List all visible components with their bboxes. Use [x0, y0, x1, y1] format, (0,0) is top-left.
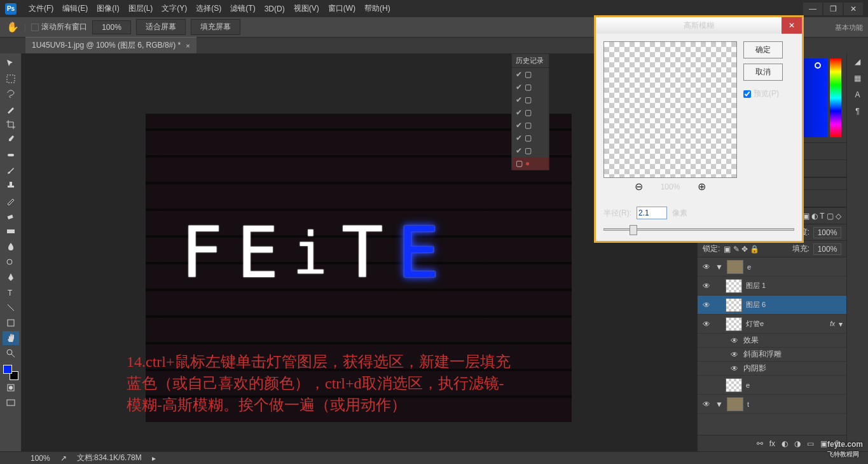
dialog-close-button[interactable]: ✕	[782, 17, 802, 34]
menu-view[interactable]: 视图(V)	[289, 3, 324, 14]
zoom-tool[interactable]	[3, 346, 19, 360]
hand-tool[interactable]	[3, 331, 19, 345]
menu-select[interactable]: 选择(S)	[191, 3, 226, 14]
menu-edit[interactable]: 编辑(E)	[58, 3, 92, 14]
maximize-button[interactable]: ❐	[823, 3, 843, 15]
svg-rect-1	[8, 154, 14, 156]
history-item[interactable]: ✔▢	[512, 132, 549, 144]
history-item[interactable]: ✔▢	[512, 68, 549, 81]
radius-slider[interactable]	[603, 228, 794, 231]
workspace-selector[interactable]: 基本功能	[835, 23, 863, 32]
lasso-tool[interactable]	[3, 87, 19, 101]
visibility-icon[interactable]: 👁	[701, 282, 712, 290]
menu-3d[interactable]: 3D(D)	[260, 4, 289, 13]
menu-type[interactable]: 文字(Y)	[157, 3, 191, 14]
close-button[interactable]: ✕	[844, 3, 863, 15]
mask-icon[interactable]: ◐	[782, 439, 788, 448]
cancel-button[interactable]: 取消	[743, 64, 783, 81]
history-item[interactable]: ✔▢	[512, 81, 549, 93]
link-layers-icon[interactable]: ⚯	[757, 439, 763, 448]
history-item[interactable]: ✔▢	[512, 93, 549, 106]
ok-button[interactable]: 确定	[743, 41, 783, 58]
opacity-input[interactable]: 100%	[813, 227, 841, 238]
history-item[interactable]: ✔▢	[512, 144, 549, 157]
brush-tool[interactable]	[3, 163, 19, 177]
visibility-icon[interactable]: 👁	[701, 320, 712, 329]
menu-layer[interactable]: 图层(L)	[124, 3, 158, 14]
menu-filter[interactable]: 滤镜(T)	[226, 3, 259, 14]
menu-image[interactable]: 图像(I)	[92, 3, 123, 14]
radius-unit: 像素	[672, 208, 687, 219]
layer-row[interactable]: 👁灯管efx▾	[698, 315, 846, 334]
layer-effect[interactable]: 👁斜面和浮雕	[698, 348, 846, 362]
history-brush-tool[interactable]	[3, 194, 19, 208]
preview-box[interactable]	[603, 41, 737, 178]
foreground-color[interactable]	[3, 365, 12, 374]
zoom-out-icon[interactable]: ⊖	[635, 181, 643, 193]
hand-tool-icon: ✋	[6, 21, 19, 33]
menu-window[interactable]: 窗口(W)	[324, 3, 360, 14]
watermark: feyte.com 飞特教程网	[827, 437, 863, 459]
svg-point-7	[7, 350, 12, 355]
dock-icon[interactable]: ▦	[854, 74, 861, 83]
layer-row[interactable]: e	[698, 376, 846, 395]
preview-checkbox[interactable]: 预览(P)	[743, 88, 783, 99]
menu-file[interactable]: 文件(F)	[24, 3, 58, 14]
pen-tool[interactable]	[3, 270, 19, 284]
healing-tool[interactable]	[3, 148, 19, 162]
path-tool[interactable]	[3, 301, 19, 315]
crop-tool[interactable]	[3, 118, 19, 132]
fill-screen-button[interactable]: 填充屏幕	[191, 19, 240, 35]
group-icon[interactable]: ▭	[807, 439, 814, 448]
radius-input[interactable]	[637, 207, 667, 219]
tab-close-icon[interactable]: ×	[186, 42, 189, 50]
dock-icon[interactable]: A	[855, 90, 860, 99]
zoom-in-icon[interactable]: ⊕	[698, 181, 706, 193]
layer-row[interactable]: 👁图层 1	[698, 276, 846, 296]
scroll-all-checkbox[interactable]: 滚动所有窗口	[31, 22, 87, 32]
menu-help[interactable]: 帮助(H)	[360, 3, 395, 14]
visibility-icon[interactable]: 👁	[701, 400, 712, 409]
eyedropper-tool[interactable]	[3, 133, 19, 147]
shape-tool[interactable]	[3, 316, 19, 330]
new-layer-icon[interactable]: ▣	[820, 439, 827, 448]
fill-input[interactable]: 100%	[813, 243, 841, 255]
marquee-tool[interactable]	[3, 72, 19, 86]
document-tab[interactable]: 1U45UV8-1.jpg @ 100% (图层 6, RGB/8#) * ×	[25, 37, 196, 53]
canvas[interactable]: FEiTE 14.ctrl+鼠标左键单击灯管图层，获得选区，新建一层填充 蓝色（…	[146, 114, 572, 422]
wand-tool[interactable]	[3, 102, 19, 116]
screenmode-tool[interactable]	[3, 396, 19, 410]
layer-thumb	[726, 378, 742, 392]
type-tool[interactable]: T	[3, 285, 19, 299]
adjustment-icon[interactable]: ◑	[794, 439, 801, 448]
zoom-level-button[interactable]: 100%	[92, 20, 131, 34]
history-item[interactable]: ✔▢	[512, 106, 549, 119]
gradient-tool[interactable]	[3, 224, 19, 238]
move-tool[interactable]	[3, 57, 19, 71]
layer-group[interactable]: 👁▼t	[698, 395, 846, 414]
dodge-tool[interactable]	[3, 255, 19, 269]
export-icon[interactable]: ↗	[60, 454, 67, 463]
layer-effect[interactable]: 👁内阴影	[698, 362, 846, 376]
hue-slider[interactable]	[830, 58, 841, 137]
eraser-tool[interactable]	[3, 209, 19, 223]
color-swatches[interactable]	[3, 365, 18, 380]
svg-rect-2	[7, 215, 13, 219]
dock-icon[interactable]: ◢	[855, 57, 860, 66]
blur-tool[interactable]	[3, 240, 19, 254]
layer-group[interactable]: 👁▼e	[698, 257, 846, 276]
zoom-status[interactable]: 100%	[31, 454, 50, 463]
quickmask-tool[interactable]	[3, 381, 19, 395]
dock-icon[interactable]: ¶	[855, 107, 859, 116]
layer-row[interactable]: 👁图层 6	[698, 296, 846, 315]
fit-screen-button[interactable]: 适合屏幕	[136, 19, 186, 35]
slider-thumb[interactable]	[630, 225, 637, 235]
history-item[interactable]: ✔▢	[512, 119, 549, 132]
svg-rect-10	[7, 400, 15, 406]
visibility-icon[interactable]: 👁	[701, 301, 712, 310]
layer-effect[interactable]: 👁效果	[698, 334, 846, 348]
fx-icon[interactable]: fx	[769, 439, 775, 448]
visibility-icon[interactable]: 👁	[701, 263, 712, 271]
stamp-tool[interactable]	[3, 179, 19, 193]
minimize-button[interactable]: —	[803, 3, 822, 15]
